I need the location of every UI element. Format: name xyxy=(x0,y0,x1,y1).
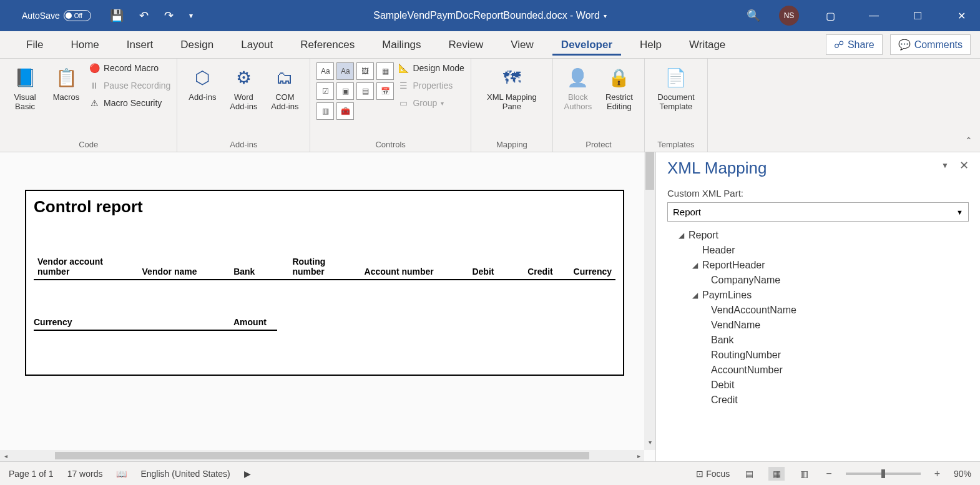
checkbox-control[interactable]: ☑ xyxy=(316,82,334,100)
horizontal-scrollbar[interactable]: ◂ ▸ xyxy=(0,450,644,461)
macro-recorder-icon[interactable]: ▶ xyxy=(244,469,251,479)
ribbon-display-icon[interactable]: ▢ xyxy=(818,10,843,22)
scroll-right-icon[interactable]: ▸ xyxy=(633,453,644,459)
macros-button[interactable]: 📋 Macros xyxy=(47,62,85,102)
tab-file[interactable]: File xyxy=(12,39,57,51)
block-authors-button: 👤Block Authors xyxy=(559,62,597,111)
ribbon-tabs: File Home Insert Design Layout Reference… xyxy=(0,31,980,59)
tree-debit[interactable]: Debit xyxy=(667,378,969,393)
group-icon: ▭ xyxy=(398,97,409,109)
visual-basic-button[interactable]: 📘 Visual Basic xyxy=(6,62,44,111)
rich-text-control[interactable]: Aa xyxy=(316,62,334,80)
macro-security-button[interactable]: ⚠Macro Security xyxy=(89,97,170,109)
tree-label: VendAccountName xyxy=(711,305,796,316)
repeating-control[interactable]: ▥ xyxy=(316,102,334,120)
scroll-down-icon[interactable]: ▾ xyxy=(644,439,655,450)
search-icon[interactable]: 🔍 xyxy=(747,9,760,22)
autosave-toggle[interactable]: AutoSave Off xyxy=(22,10,91,21)
tree-credit[interactable]: Credit xyxy=(667,393,969,408)
page-indicator[interactable]: Page 1 of 1 xyxy=(9,469,54,479)
tree-reportheader[interactable]: ◢ReportHeader xyxy=(667,258,969,273)
tab-home[interactable]: Home xyxy=(57,39,112,51)
group-templates: 📄Document Template Templates xyxy=(645,59,708,152)
xml-mapping-pane-button[interactable]: 🗺XML Mapping Pane xyxy=(478,62,546,111)
tab-view[interactable]: View xyxy=(497,39,547,51)
document-area[interactable]: Control report Vendor account number Ven… xyxy=(0,152,655,461)
zoom-out-button[interactable]: − xyxy=(823,468,834,479)
tree-accountnumber[interactable]: AccountNumber xyxy=(667,363,969,378)
tab-design[interactable]: Design xyxy=(167,39,227,51)
date-control[interactable]: 📅 xyxy=(376,82,394,100)
visual-basic-label: Visual Basic xyxy=(6,92,44,111)
chevron-down-icon: ▼ xyxy=(956,208,963,216)
tree-routingnumber[interactable]: RoutingNumber xyxy=(667,348,969,363)
print-layout-button[interactable]: ▦ xyxy=(768,467,785,481)
chevron-down-icon: ▾ xyxy=(441,100,444,107)
combo-control[interactable]: ▣ xyxy=(336,82,354,100)
addins-button[interactable]: ⬡Add-ins xyxy=(184,62,221,102)
document-title: SampleVendPaymDocReportBounded.docx - Wo… xyxy=(373,10,607,21)
design-mode-button[interactable]: 📐Design Mode xyxy=(398,62,464,74)
tree-report[interactable]: ◢Report xyxy=(667,228,969,243)
record-macro-button[interactable]: 🔴Record Macro xyxy=(89,62,170,74)
share-icon: ☍ xyxy=(834,39,844,51)
tab-review[interactable]: Review xyxy=(435,39,497,51)
tab-help[interactable]: Help xyxy=(626,39,675,51)
redo-icon[interactable]: ↷ xyxy=(164,9,174,22)
tree-companyname[interactable]: CompanyName xyxy=(667,273,969,288)
dropdown-control[interactable]: ▤ xyxy=(356,82,374,100)
web-layout-button[interactable]: ▥ xyxy=(796,467,812,481)
close-button[interactable]: ✕ xyxy=(949,10,974,22)
tree-header[interactable]: Header xyxy=(667,243,969,258)
scroll-thumb-h[interactable] xyxy=(55,452,589,459)
undo-icon[interactable]: ↶ xyxy=(139,9,149,22)
scroll-thumb-v[interactable] xyxy=(645,152,654,190)
title-dropdown-icon[interactable]: ▾ xyxy=(604,12,607,19)
xml-part-select[interactable]: Report ▼ xyxy=(667,202,969,222)
restrict-editing-button[interactable]: 🔒Restrict Editing xyxy=(600,62,638,111)
language-indicator[interactable]: English (United States) xyxy=(140,469,230,479)
com-addins-button[interactable]: 🗂COM Add-ins xyxy=(266,62,303,111)
tree-vendname[interactable]: VendName xyxy=(667,318,969,333)
collapse-ribbon-icon[interactable]: ⌃ xyxy=(965,135,973,145)
zoom-in-button[interactable]: + xyxy=(932,468,943,479)
tab-references[interactable]: References xyxy=(287,39,368,51)
maximize-button[interactable]: ☐ xyxy=(905,10,930,22)
user-avatar[interactable]: NS xyxy=(779,6,799,26)
comments-button[interactable]: 💬Comments xyxy=(890,34,971,55)
tab-developer[interactable]: Developer xyxy=(547,39,626,51)
tab-layout[interactable]: Layout xyxy=(227,39,287,51)
tree-vendaccountname[interactable]: VendAccountName xyxy=(667,303,969,318)
tree-label: ReportHeader xyxy=(702,260,765,271)
qat-customize-icon[interactable]: ▾ xyxy=(189,11,193,20)
minimize-button[interactable]: — xyxy=(861,10,886,21)
zoom-level[interactable]: 90% xyxy=(954,469,971,479)
word-count[interactable]: 17 words xyxy=(67,469,103,479)
picture-control[interactable]: 🖼 xyxy=(356,62,374,80)
word-addins-button[interactable]: ⚙Word Add-ins xyxy=(225,62,262,111)
zoom-slider[interactable] xyxy=(846,473,921,475)
tree-paymlines[interactable]: ◢PaymLines xyxy=(667,288,969,303)
scroll-left-icon[interactable]: ◂ xyxy=(0,453,11,459)
design-mode-icon: 📐 xyxy=(398,62,409,74)
tab-mailings[interactable]: Mailings xyxy=(368,39,434,51)
panel-options-icon[interactable]: ▼ xyxy=(941,161,949,170)
tab-writage[interactable]: Writage xyxy=(675,39,739,51)
save-icon[interactable]: 💾 xyxy=(110,9,124,22)
focus-mode[interactable]: ⊡Focus xyxy=(696,469,730,479)
toggle-switch[interactable]: Off xyxy=(64,10,91,21)
document-template-button[interactable]: 📄Document Template xyxy=(651,62,701,111)
word-addins-label: Word Add-ins xyxy=(225,92,262,111)
vertical-scrollbar[interactable]: ▴ ▾ xyxy=(644,152,655,450)
building-block-control[interactable]: ▦ xyxy=(376,62,394,80)
share-button[interactable]: ☍Share xyxy=(826,34,883,55)
spelling-icon[interactable]: 📖 xyxy=(116,469,127,479)
pause-recording-label: Pause Recording xyxy=(104,81,170,91)
tree-bank[interactable]: Bank xyxy=(667,333,969,348)
plain-text-control[interactable]: Aa xyxy=(336,62,354,80)
read-mode-button[interactable]: ▤ xyxy=(741,467,757,481)
legacy-tools[interactable]: 🧰 xyxy=(336,102,354,120)
tab-insert[interactable]: Insert xyxy=(113,39,167,51)
zoom-handle[interactable] xyxy=(881,469,885,478)
panel-close-icon[interactable]: ✕ xyxy=(959,159,969,172)
